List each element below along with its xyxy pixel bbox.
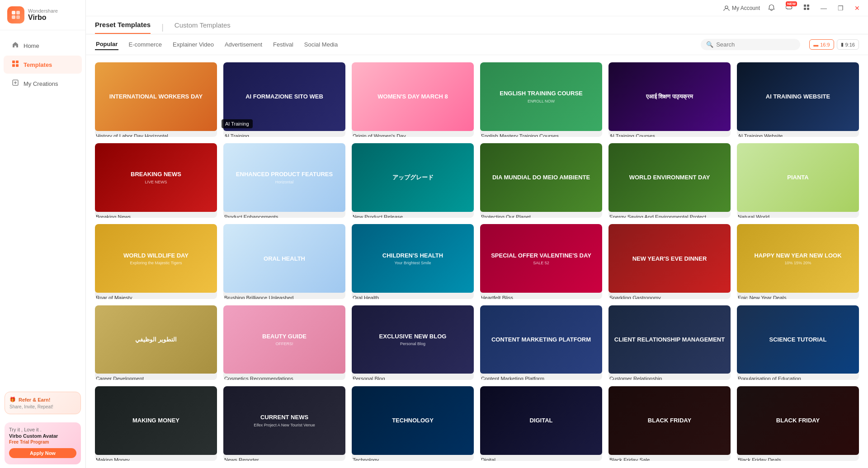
template-thumbnail: एआई शिक्षण पाठ्यक्रम bbox=[609, 62, 731, 131]
cloud-button[interactable]: NEW bbox=[783, 3, 795, 13]
ratio-9-16-button[interactable]: ▮ 9:16 bbox=[837, 39, 859, 50]
template-card[interactable]: التطوير الوظيفي Career Development bbox=[95, 305, 217, 380]
thumb-main-text: BLACK FRIDAY bbox=[648, 417, 691, 424]
thumb-main-text: WORLD WILDLIFE DAY bbox=[123, 252, 189, 259]
template-card[interactable]: DIGITAL Digital bbox=[480, 386, 602, 461]
template-card[interactable]: WORLD WILDLIFE DAY Exploring the Majesti… bbox=[95, 224, 217, 299]
tab-custom-templates[interactable]: Custom Templates bbox=[175, 21, 231, 33]
thumb-main-text: एआई शिक्षण पाठ्यक्रम bbox=[646, 93, 693, 100]
sidebar-item-my-creations[interactable]: My Creations bbox=[4, 75, 82, 93]
filter-ecommerce[interactable]: E-commerce bbox=[127, 39, 163, 50]
filter-popular[interactable]: Popular bbox=[95, 39, 118, 50]
apply-now-button[interactable]: Apply Now bbox=[9, 448, 76, 458]
avatar-tagline: Try it , Love it . bbox=[9, 427, 76, 432]
filter-bar: Popular E-commerce Explainer Video Adver… bbox=[86, 34, 868, 55]
filter-festival[interactable]: Festival bbox=[272, 39, 294, 50]
template-card[interactable]: CONTENT MARKETING PLATFORM Content Marke… bbox=[480, 305, 602, 380]
minimize-button[interactable]: — bbox=[818, 4, 830, 13]
template-card[interactable]: ORAL HEALTH Brushing Brilliance Unleashe… bbox=[223, 224, 345, 299]
filter-explainer[interactable]: Explainer Video bbox=[172, 39, 215, 50]
template-card[interactable]: AI TRAINING WEBSITE AI Training Website bbox=[737, 62, 859, 137]
titlebar: My Account NEW — ❐ ✕ bbox=[86, 0, 868, 16]
sidebar-item-templates[interactable]: Templates bbox=[4, 56, 82, 74]
ratio-16-9-label: 16:9 bbox=[820, 42, 830, 47]
ratio-16-9-icon: ▬ bbox=[813, 42, 818, 47]
template-card[interactable]: BEAUTY GUIDE OFFERS! Cosmetics Recommend… bbox=[223, 305, 345, 380]
thumb-sub-text: Your Brightest Smile bbox=[394, 261, 431, 265]
template-thumbnail: Children's Health Your Brightest Smile bbox=[352, 224, 474, 293]
template-card[interactable]: SCIENCE TUTORIAL Popularisation of Educa… bbox=[737, 305, 859, 380]
thumb-main-text: CONTENT MARKETING PLATFORM bbox=[491, 336, 591, 343]
template-card[interactable]: CLIENT RELATIONSHIP MANAGEMENT Customer … bbox=[609, 305, 731, 380]
creations-icon bbox=[12, 79, 19, 88]
sidebar-promo-refer: 🎁 Refer & Earn! Share, Invite, Repeat! bbox=[5, 392, 81, 414]
template-card[interactable]: Dia Mundial Do Meio Ambiente Protecting … bbox=[480, 143, 602, 218]
filter-advertisement[interactable]: Advertisement bbox=[224, 39, 263, 50]
template-thumbnail: AI FORMAZIONE SITO WEB bbox=[223, 62, 345, 131]
template-label: Technology bbox=[352, 455, 474, 461]
template-card[interactable]: CURRENT NEWS Eifex Project A New Tourist… bbox=[223, 386, 345, 461]
filter-social-media[interactable]: Social Media bbox=[303, 39, 339, 50]
thumb-main-text: NEW YEAR'S EVE DINNER bbox=[632, 255, 707, 262]
template-card[interactable]: Enhanced Product Features Horizontal Pro… bbox=[223, 143, 345, 218]
home-label: Home bbox=[24, 42, 39, 49]
ratio-16-9-button[interactable]: ▬ 16:9 bbox=[809, 39, 834, 50]
template-card[interactable]: MAKING MONEY Making Money bbox=[95, 386, 217, 461]
template-label: Breaking News bbox=[95, 212, 217, 218]
template-thumbnail: EXCLUSIVE NEW BLOG Personal Blog bbox=[352, 305, 474, 374]
template-thumbnail: Dia Mundial Do Meio Ambiente bbox=[480, 143, 602, 212]
svg-rect-7 bbox=[16, 64, 19, 67]
account-button[interactable]: My Account bbox=[723, 5, 760, 11]
thumb-sub-text: Horizontal bbox=[275, 180, 294, 184]
template-label: Black Friday Deals bbox=[737, 455, 859, 461]
template-card[interactable]: SPECIAL OFFER VALENTINE'S DAY SALE 52 He… bbox=[480, 224, 602, 299]
template-card[interactable]: Children's Health Your Brightest Smile O… bbox=[352, 224, 474, 299]
template-card[interactable]: NEW YEAR'S EVE DINNER Sparkling Gastrono… bbox=[609, 224, 731, 299]
template-label: News Reporter bbox=[223, 455, 345, 461]
template-label: Product Enhancements bbox=[223, 212, 345, 218]
svg-rect-10 bbox=[804, 5, 806, 7]
template-card[interactable]: एआई शिक्षण पाठ्यक्रम AI Training Courses bbox=[609, 62, 731, 137]
template-label: Content Marketing Platform bbox=[480, 374, 602, 379]
promo-refer-sub: Share, Invite, Repeat! bbox=[9, 404, 76, 409]
search-input[interactable] bbox=[716, 41, 795, 48]
template-label: Making Money bbox=[95, 455, 217, 461]
thumb-main-text: DIGITAL bbox=[529, 417, 552, 424]
template-card[interactable]: Women's Day March 8 Origin of Women's Da… bbox=[352, 62, 474, 137]
thumb-main-text: BLACK FRIDAY bbox=[776, 417, 820, 424]
template-card[interactable]: INTERNATIONAL WORKERS DAY History of Lab… bbox=[95, 62, 217, 137]
thumb-main-text: AI FORMAZIONE SITO WEB bbox=[245, 93, 323, 100]
template-card[interactable]: ENGLISH TRAINING COURSE ENROLL NOW Engli… bbox=[480, 62, 602, 137]
template-card[interactable]: Happy New Year NEW LOOK 10% 15% 20% Epic… bbox=[737, 224, 859, 299]
template-thumbnail: BLACK FRIDAY bbox=[737, 386, 859, 455]
maximize-button[interactable]: ❐ bbox=[835, 4, 846, 13]
template-card[interactable]: Pianta Natural World bbox=[737, 143, 859, 218]
sidebar-item-home[interactable]: Home bbox=[4, 37, 82, 55]
template-card[interactable]: TECHNOLOGY Technology bbox=[352, 386, 474, 461]
tab-divider: | bbox=[161, 23, 164, 32]
template-thumbnail: MAKING MONEY bbox=[95, 386, 217, 455]
template-card[interactable]: BREAKING NEWS LIVE NEWS Breaking News bbox=[95, 143, 217, 218]
template-card[interactable]: BLACK FRIDAY Black Friday Deals bbox=[737, 386, 859, 461]
notification-button[interactable] bbox=[765, 3, 778, 13]
template-card[interactable]: AI FORMAZIONE SITO WEB AI Training bbox=[223, 62, 345, 137]
template-thumbnail: ORAL HEALTH bbox=[223, 224, 345, 293]
thumb-sub-text: ENROLL NOW bbox=[528, 99, 555, 103]
ratio-9-16-label: 9:16 bbox=[845, 42, 855, 47]
template-card[interactable]: WORLD ENVIRONMENT DAY Energy Saving And … bbox=[609, 143, 731, 218]
tab-preset-templates[interactable]: Preset Templates bbox=[95, 21, 151, 34]
template-card[interactable]: EXCLUSIVE NEW BLOG Personal Blog Persona… bbox=[352, 305, 474, 380]
close-button[interactable]: ✕ bbox=[852, 4, 863, 13]
search-icon: 🔍 bbox=[706, 41, 713, 48]
template-label: History of Labor Day Horizontal bbox=[95, 131, 217, 137]
svg-rect-5 bbox=[16, 61, 19, 63]
new-badge: NEW bbox=[786, 1, 797, 6]
template-card[interactable]: アップグレード New Product Release bbox=[352, 143, 474, 218]
template-thumbnail: CLIENT RELATIONSHIP MANAGEMENT bbox=[609, 305, 731, 374]
template-card[interactable]: BLACK FRIDAY Black Friday Sale bbox=[609, 386, 731, 461]
grid-button[interactable] bbox=[801, 3, 812, 13]
app-logo: Wondershare Virbo bbox=[0, 0, 85, 30]
templates-grid: INTERNATIONAL WORKERS DAY History of Lab… bbox=[86, 55, 868, 468]
thumb-main-text: SPECIAL OFFER VALENTINE'S DAY bbox=[491, 252, 591, 259]
thumb-main-text: Pianta bbox=[787, 174, 808, 181]
